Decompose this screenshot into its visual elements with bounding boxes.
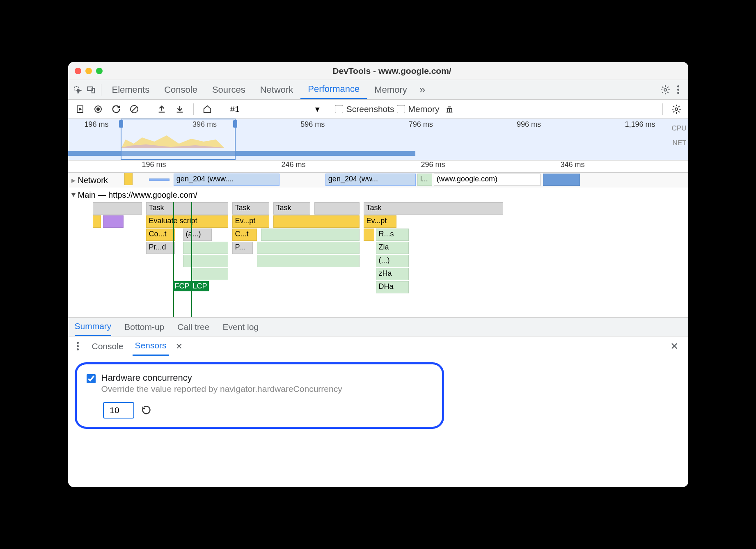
detail-tabs: Summary Bottom-up Call tree Event log — [68, 317, 688, 336]
overview-selection[interactable] — [121, 119, 236, 160]
drawer-menu-icon[interactable] — [73, 342, 83, 350]
overview-tick: 596 ms — [300, 120, 325, 129]
drawer-tabbar: Console Sensors ✕ ✕ — [68, 336, 688, 356]
tab-memory[interactable]: Memory — [367, 80, 414, 99]
flame-task[interactable]: Task — [232, 202, 269, 215]
screenshots-label: Screenshots — [346, 104, 394, 114]
devtools-window: DevTools - www.google.com/ Elements Cons… — [68, 62, 688, 487]
flame-task[interactable]: Task — [146, 202, 228, 215]
minimize-window-button[interactable] — [85, 68, 92, 74]
inspect-icon[interactable] — [71, 83, 85, 96]
traffic-lights — [75, 68, 103, 74]
network-item[interactable]: (www.google.com) — [434, 174, 541, 186]
flame-task[interactable]: Task — [273, 202, 310, 215]
memory-checkbox[interactable]: Memory — [397, 104, 440, 114]
flame-item[interactable]: R...s — [376, 229, 409, 241]
record-button[interactable] — [72, 101, 88, 117]
overview-tick: 996 ms — [517, 120, 541, 129]
flame-item[interactable]: zHa — [376, 268, 409, 280]
profile-selector[interactable]: #1▾ — [227, 104, 323, 114]
fcp-marker[interactable]: FCP — [173, 281, 191, 291]
reload-button[interactable] — [108, 101, 124, 117]
flame-item[interactable]: Ev...pt — [364, 215, 396, 228]
svg-point-3 — [664, 89, 667, 91]
net-label: NET — [672, 136, 687, 151]
flame-item[interactable]: DHa — [376, 281, 409, 293]
tab-bottomup[interactable]: Bottom-up — [124, 318, 164, 336]
profile-selector-label: #1 — [230, 104, 240, 114]
network-item[interactable]: gen_204 (www.... — [174, 174, 279, 186]
device-mode-icon[interactable] — [85, 83, 98, 96]
tab-console[interactable]: Console — [157, 80, 205, 99]
hardware-concurrency-section: Hardware concurrency Override the value … — [75, 362, 444, 429]
gc-button[interactable] — [442, 101, 457, 117]
tab-performance[interactable]: Performance — [300, 80, 367, 99]
ruler-tick: 346 ms — [561, 160, 585, 169]
settings-gear-icon[interactable] — [659, 83, 672, 96]
flame-item[interactable]: Co...t — [146, 229, 175, 241]
flame-item[interactable]: (a...) — [183, 229, 212, 241]
tab-eventlog[interactable]: Event log — [222, 318, 259, 336]
flame-item[interactable]: Zia — [376, 242, 409, 254]
tab-network[interactable]: Network — [253, 80, 301, 99]
tab-sources[interactable]: Sources — [205, 80, 253, 99]
hw-concurrency-checkbox[interactable] — [87, 374, 96, 383]
flame-item[interactable]: Pr...d — [146, 242, 175, 254]
timeline-ruler[interactable]: 196 ms 246 ms 296 ms 346 ms — [68, 160, 688, 173]
ruler-tick: 246 ms — [282, 160, 306, 169]
download-button[interactable] — [172, 101, 188, 117]
drawer-tab-console[interactable]: Console — [89, 337, 126, 355]
flame-item[interactable]: C...t — [232, 229, 257, 241]
clear-button[interactable] — [126, 101, 142, 117]
overview-tick: 796 ms — [409, 120, 433, 129]
hw-concurrency-input[interactable] — [103, 402, 134, 419]
svg-point-9 — [675, 108, 678, 110]
svg-point-6 — [96, 108, 100, 111]
close-window-button[interactable] — [75, 68, 81, 74]
drawer-close-icon[interactable]: ✕ — [665, 341, 683, 352]
window-title: DevTools - www.google.com/ — [103, 66, 682, 76]
network-item[interactable]: l... — [417, 174, 432, 186]
drawer-tab-close-icon[interactable]: ✕ — [176, 341, 183, 351]
overview-tick: 1,196 ms — [625, 120, 655, 129]
perf-settings-icon[interactable] — [669, 101, 684, 117]
screenshots-checkbox[interactable]: Screenshots — [335, 104, 394, 114]
sensors-panel: Hardware concurrency Override the value … — [68, 356, 688, 487]
network-track-label: Network — [78, 176, 108, 185]
hw-concurrency-desc: Override the value reported by navigator… — [101, 384, 342, 394]
flame-item[interactable]: P... — [232, 242, 253, 254]
memory-checkbox-label: Memory — [408, 104, 440, 114]
upload-button[interactable] — [154, 101, 170, 117]
cpu-label: CPU — [672, 121, 687, 136]
reset-icon[interactable] — [142, 405, 151, 415]
flame-item[interactable]: (...) — [376, 255, 409, 267]
ruler-tick: 196 ms — [142, 160, 166, 169]
overview-panel[interactable]: 196 ms 396 ms 596 ms 796 ms 996 ms 1,196… — [68, 119, 688, 160]
perf-toolbar: #1▾ Screenshots Memory — [68, 100, 688, 119]
ruler-tick: 296 ms — [421, 160, 445, 169]
flame-chart[interactable]: ▸Network gen_204 (www.... gen_204 (ww...… — [68, 173, 688, 317]
main-track-label: Main — https://www.google.com/ — [78, 190, 197, 200]
lcp-marker[interactable]: LCP — [191, 281, 209, 291]
home-button[interactable] — [199, 101, 215, 117]
flame-item[interactable]: Evaluate script — [146, 215, 228, 228]
maximize-window-button[interactable] — [96, 68, 103, 74]
titlebar: DevTools - www.google.com/ — [68, 62, 688, 80]
hw-concurrency-title: Hardware concurrency — [101, 373, 342, 383]
network-item[interactable]: gen_204 (ww... — [325, 174, 416, 186]
record-circle-button[interactable] — [90, 101, 106, 117]
flame-task[interactable]: Task — [364, 202, 503, 215]
svg-line-8 — [132, 107, 137, 112]
overview-tick: 196 ms — [85, 120, 109, 129]
more-tabs-button[interactable]: » — [415, 83, 430, 96]
drawer-tab-sensors[interactable]: Sensors — [133, 336, 169, 356]
tab-calltree[interactable]: Call tree — [177, 318, 209, 336]
main-tabbar: Elements Console Sources Network Perform… — [68, 80, 688, 100]
tab-elements[interactable]: Elements — [105, 80, 157, 99]
tab-summary[interactable]: Summary — [75, 317, 112, 336]
flame-item[interactable]: Ev...pt — [232, 215, 269, 228]
kebab-menu-icon[interactable] — [672, 83, 685, 96]
